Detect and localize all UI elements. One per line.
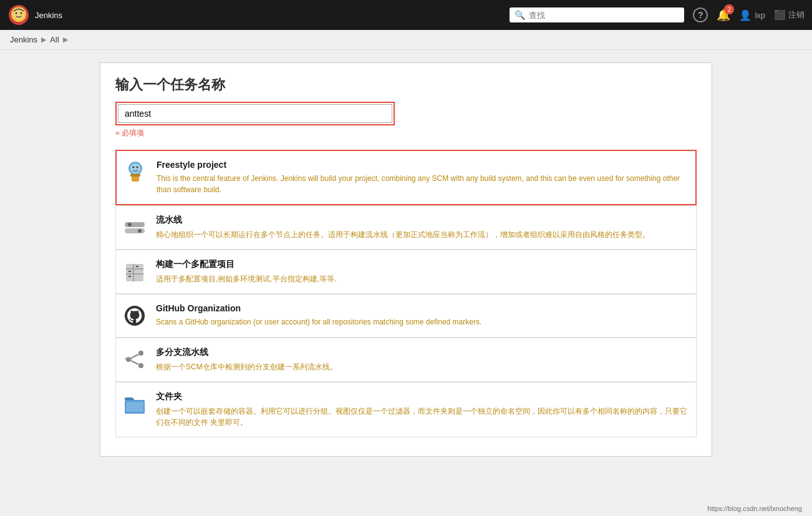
required-hint: » 必填项 [115,128,697,139]
breadcrumb-all[interactable]: All [50,35,59,44]
svg-point-4 [21,12,22,14]
svg-rect-12 [125,228,145,233]
folder-icon [122,391,147,416]
task-name-input-wrapper [115,102,395,125]
folder-info: 文件夹 创建一个可以嵌套存储的容器。利用它可以进行分组。视图仅仅是一个过滤器，而… [156,391,690,428]
header: Jenkins 🔍 ? 🔔 2 👤 lxp ⬛ 注销 [0,0,812,30]
multi-branch-icon [122,347,147,372]
svg-point-14 [138,229,142,233]
username-label: lxp [755,11,765,20]
freestyle-desc: This is the central feature of Jenkins. … [157,173,689,195]
notifications-button[interactable]: 🔔 2 [717,8,730,22]
breadcrumb: Jenkins ▶ All ▶ [0,30,812,50]
svg-rect-10 [130,174,140,177]
breadcrumb-jenkins[interactable]: Jenkins [10,35,37,44]
pipeline-name: 流水线 [156,215,650,226]
section-title: 输入一个任务名称 [115,75,697,94]
svg-point-2 [13,8,24,19]
pipeline-info: 流水线 精心地组织一个可以长期运行在多个节点上的任务。适用于构建流水线（更加正式… [156,215,650,240]
svg-rect-15 [126,264,143,281]
svg-point-6 [130,163,140,173]
header-right: ? 🔔 2 👤 lxp ⬛ 注销 [693,7,805,22]
user-icon: 👤 [739,9,752,21]
multi-branch-name: 多分支流水线 [156,347,337,358]
header-logo: Jenkins [7,4,62,26]
project-type-multi-config[interactable]: 构建一个多配置项目 适用于多配置项目,例如多环境测试,平台指定构建,等等. [115,250,697,294]
help-button[interactable]: ? [693,7,708,22]
multi-branch-desc: 根据一个SCM仓库中检测到的分支创建一系列流水线。 [156,361,337,372]
freestyle-icon [123,160,148,185]
project-type-multi-branch[interactable]: 多分支流水线 根据一个SCM仓库中检测到的分支创建一系列流水线。 [115,338,697,382]
github-org-desc: Scans a GitHub organization (or user acc… [156,316,481,328]
freestyle-name: Freestyle project [157,160,689,170]
search-icon: 🔍 [515,10,525,20]
multi-config-info: 构建一个多配置项目 适用于多配置项目,例如多环境测试,平台指定构建,等等. [156,259,336,285]
project-type-github-org[interactable]: GitHub Organization Scans a GitHub organ… [115,294,697,338]
svg-line-23 [131,354,138,358]
breadcrumb-sep2: ▶ [63,36,68,44]
watermark: https://blog.csdn.net/lxnocheng [707,505,802,512]
freestyle-info: Freestyle project This is the central fe… [157,160,689,195]
header-title: Jenkins [35,11,62,20]
multi-branch-info: 多分支流水线 根据一个SCM仓库中检测到的分支创建一系列流水线。 [156,347,337,372]
svg-point-8 [137,167,138,168]
main-content: 输入一个任务名称 » 必填项 Freestyle project [0,50,812,516]
svg-point-3 [16,12,17,14]
jenkins-logo-icon [7,4,30,26]
svg-line-24 [131,361,138,364]
github-org-icon [122,303,147,328]
github-org-info: GitHub Organization Scans a GitHub organ… [156,303,481,328]
github-org-name: GitHub Organization [156,303,481,313]
multi-config-desc: 适用于多配置项目,例如多环境测试,平台指定构建,等等. [156,273,336,285]
header-search-box[interactable]: 🔍 [510,7,684,22]
project-type-list: Freestyle project This is the central fe… [115,150,697,437]
pipeline-icon [122,215,147,240]
folder-desc: 创建一个可以嵌套存储的容器。利用它可以进行分组。视图仅仅是一个过滤器，而文件夹则… [156,406,690,428]
svg-point-21 [138,351,143,356]
pipeline-desc: 精心地组织一个可以长期运行在多个节点上的任务。适用于构建流水线（更加正式地应当称… [156,229,650,240]
project-type-folder[interactable]: 文件夹 创建一个可以嵌套存储的容器。利用它可以进行分组。视图仅仅是一个过滤器，而… [115,382,697,437]
svg-rect-11 [125,222,145,227]
logout-label: 注销 [788,9,805,21]
logout-icon: ⬛ [774,9,786,21]
svg-point-13 [128,223,132,226]
multi-config-name: 构建一个多配置项目 [156,259,336,270]
svg-rect-26 [126,402,143,412]
folder-name: 文件夹 [156,391,690,402]
notifications-badge: 2 [724,4,734,14]
task-name-input[interactable] [118,104,392,123]
breadcrumb-sep1: ▶ [41,36,46,44]
user-menu[interactable]: 👤 lxp [739,9,765,21]
svg-point-22 [138,363,143,368]
content-card: 输入一个任务名称 » 必填项 Freestyle project [100,62,712,457]
multi-config-icon [122,259,147,284]
logout-button[interactable]: ⬛ 注销 [774,9,805,21]
svg-point-7 [133,167,135,168]
project-type-pipeline[interactable]: 流水线 精心地组织一个可以长期运行在多个节点上的任务。适用于构建流水线（更加正式… [115,205,697,250]
project-type-freestyle[interactable]: Freestyle project This is the central fe… [115,150,697,205]
search-input[interactable] [529,11,679,20]
